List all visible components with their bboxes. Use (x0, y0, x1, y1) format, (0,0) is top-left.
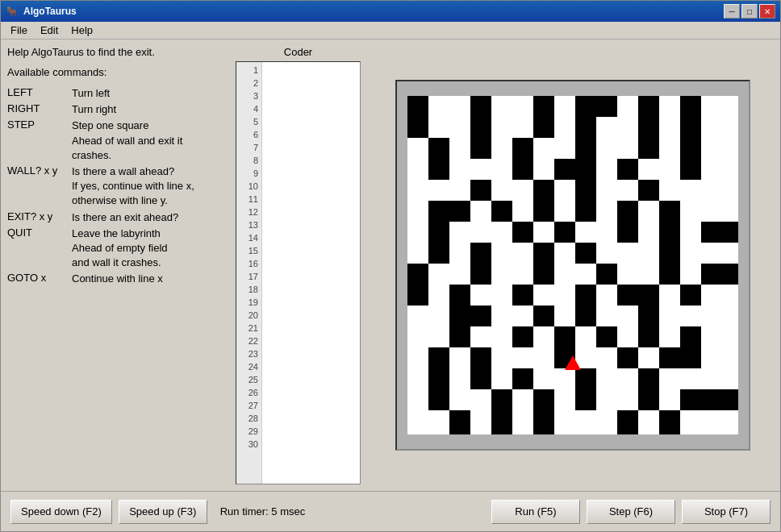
stop-button[interactable]: Stop (F7) (682, 500, 771, 524)
svg-rect-73 (554, 305, 575, 326)
left-panel: Help AlgoTaurus to find the exit. Availa… (7, 46, 225, 484)
svg-rect-28 (701, 159, 738, 180)
svg-rect-16 (407, 138, 428, 159)
run-button[interactable]: Run (F5) (491, 500, 580, 524)
svg-rect-6 (617, 96, 638, 117)
svg-rect-74 (596, 305, 638, 326)
line-25: 25 (236, 373, 261, 386)
line-8: 8 (236, 154, 261, 167)
minimize-button[interactable]: ─ (724, 4, 740, 19)
svg-rect-12 (596, 117, 617, 138)
svg-rect-72 (491, 305, 533, 326)
svg-rect-24 (449, 159, 512, 180)
svg-rect-31 (554, 180, 575, 201)
cmd-step: STEP Step one squareAhead of wall and ex… (7, 118, 225, 163)
svg-rect-94 (617, 368, 638, 389)
svg-rect-53 (554, 243, 575, 264)
line-20: 20 (236, 309, 261, 322)
svg-rect-103 (470, 410, 491, 434)
svg-rect-45 (491, 222, 512, 243)
svg-rect-64 (428, 285, 449, 305)
main-content: Help AlgoTaurus to find the exit. Availa… (1, 39, 780, 491)
line-5: 5 (236, 115, 261, 128)
svg-rect-44 (470, 222, 491, 243)
svg-rect-93 (596, 368, 617, 389)
svg-rect-101 (659, 389, 680, 410)
cmd-exit-desc: Is there an exit ahead? (72, 210, 178, 225)
svg-rect-68 (659, 285, 680, 305)
svg-rect-99 (554, 389, 575, 410)
speed-up-button[interactable]: Speed up (F3) (119, 500, 207, 524)
svg-rect-8 (701, 96, 738, 117)
line-4: 4 (236, 102, 261, 115)
code-text-area[interactable] (262, 62, 360, 484)
maximize-button[interactable]: □ (741, 4, 758, 19)
svg-rect-82 (701, 326, 738, 347)
line-30: 30 (236, 438, 261, 451)
svg-rect-66 (533, 285, 575, 305)
svg-rect-92 (533, 368, 575, 389)
action-buttons: Run (F5) Step (F6) Stop (F7) (491, 500, 771, 524)
menu-help[interactable]: Help (65, 23, 99, 38)
svg-rect-22 (701, 138, 738, 159)
commands-title: Available commands: (7, 66, 225, 78)
right-panel (371, 46, 774, 484)
svg-rect-81 (659, 326, 680, 347)
svg-rect-83 (407, 347, 428, 368)
svg-rect-48 (638, 222, 659, 243)
cmd-goto-name: GOTO x (7, 272, 72, 284)
close-button[interactable]: ✕ (759, 4, 775, 19)
status-bar: Speed down (F2) Speed up (F3) Run timer:… (1, 491, 780, 531)
maze-svg (407, 96, 738, 434)
svg-rect-78 (533, 326, 554, 347)
speed-down-button[interactable]: Speed down (F2) (10, 500, 112, 524)
svg-rect-49 (680, 222, 701, 243)
line-22: 22 (236, 335, 261, 347)
svg-rect-62 (638, 264, 659, 285)
menu-file[interactable]: File (4, 23, 34, 38)
cmd-wall-name: WALL? x y (7, 164, 72, 177)
svg-rect-36 (470, 201, 491, 222)
coder-label: Coder (284, 46, 312, 58)
svg-rect-54 (596, 243, 617, 264)
svg-rect-67 (596, 285, 617, 305)
svg-rect-30 (491, 180, 533, 201)
svg-rect-70 (407, 305, 428, 326)
line-7: 7 (236, 141, 261, 154)
menu-edit[interactable]: Edit (34, 23, 65, 38)
svg-rect-29 (407, 180, 470, 201)
center-panel: Coder 1 2 3 4 5 6 7 8 9 10 11 12 13 14 (232, 46, 365, 484)
line-18: 18 (236, 283, 261, 296)
svg-rect-79 (575, 326, 596, 347)
step-button[interactable]: Step (F6) (587, 500, 675, 524)
svg-rect-51 (449, 243, 470, 264)
svg-rect-39 (596, 201, 617, 222)
svg-rect-46 (533, 222, 554, 243)
code-textarea[interactable] (264, 64, 358, 482)
svg-rect-58 (491, 264, 512, 285)
svg-rect-11 (554, 117, 575, 138)
svg-rect-100 (596, 389, 638, 410)
cmd-left-desc: Turn left (72, 86, 110, 101)
cmd-right-desc: Turn right (72, 102, 116, 117)
svg-rect-33 (617, 180, 638, 201)
svg-rect-7 (659, 96, 680, 117)
cmd-quit: QUIT Leave the labyrinthAhead of empty f… (7, 227, 225, 271)
svg-rect-26 (596, 159, 617, 180)
line-12: 12 (236, 206, 261, 218)
cmd-wall-desc: Is there a wall ahead?If yes, continue w… (72, 164, 194, 209)
cmd-quit-desc: Leave the labyrinthAhead of empty fielda… (72, 227, 168, 271)
svg-rect-4 (512, 96, 533, 117)
main-window: 🐂 AlgoTaurus ─ □ ✕ File Edit Help Help A… (0, 0, 781, 532)
svg-rect-84 (449, 347, 470, 368)
cmd-goto: GOTO x Continue with line x (7, 272, 225, 286)
line-numbers: 1 2 3 4 5 6 7 8 9 10 11 12 13 14 15 16 1 (236, 62, 262, 484)
svg-rect-87 (638, 347, 659, 368)
line-23: 23 (236, 347, 261, 360)
cmd-step-desc: Step one squareAhead of wall and exit it… (72, 118, 225, 163)
svg-rect-96 (407, 389, 428, 410)
svg-rect-52 (491, 243, 533, 264)
svg-rect-32 (596, 180, 617, 201)
svg-rect-107 (680, 410, 738, 434)
svg-rect-69 (701, 285, 738, 305)
